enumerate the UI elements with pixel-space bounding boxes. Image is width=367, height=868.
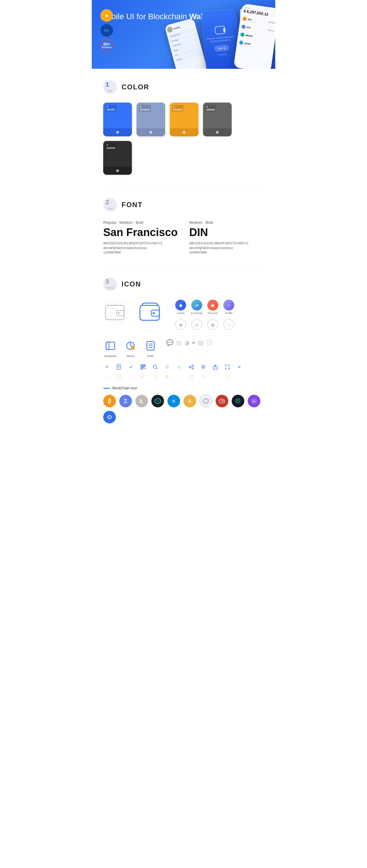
- svg-rect-19: [151, 310, 160, 316]
- comment-icon: ▤: [198, 339, 204, 346]
- blue-line-decorator: [103, 388, 110, 389]
- svg-point-24: [131, 346, 135, 350]
- search-icon-gray: [151, 373, 159, 380]
- blockchain-section: BlockChain Icon ₿ Ξ Ł D Z: [103, 386, 264, 424]
- font-section-header: 2 TWO FONT: [103, 198, 264, 212]
- order-icon: [143, 339, 158, 353]
- management-icon: [103, 339, 117, 353]
- svg-marker-64: [236, 399, 240, 403]
- forward-icon-gray: ›: [211, 373, 219, 380]
- info-icon-gray: ⓘ: [224, 373, 231, 380]
- history-icon-item: ! History: [123, 339, 138, 358]
- blockchain-label-row: BlockChain Icon: [103, 386, 264, 390]
- svg-rect-36: [144, 365, 145, 366]
- ark-coin: [216, 395, 228, 407]
- plus-icon-gray: +: [103, 373, 111, 380]
- color-section: 1 ONE COLOR #3574fA #8DA0C8 #F5A623 #666…: [92, 69, 275, 186]
- neo-coin: [232, 395, 244, 407]
- tool-icons-row-2: + ✓ ★ ‹ ⇄ ✗ › ⓘ: [103, 373, 264, 380]
- color-title: COLOR: [121, 83, 149, 91]
- polygon-coin: [103, 411, 116, 424]
- phone-portfolio: myWallet $ 6,297,502.12 BTC 788-2003 ETH: [233, 3, 275, 69]
- discover-label: Discover: [208, 312, 218, 314]
- svg-rect-51: [141, 374, 143, 376]
- dash-coin: D: [167, 395, 180, 407]
- profile-outline-item: ⌂: [223, 319, 234, 330]
- din-numbers: 1234567890: [189, 251, 264, 254]
- hero-section: Mobile UI for Blockchain Wallet UI Kit P…: [92, 0, 275, 69]
- exchange-outline-icon: ⇄: [191, 319, 202, 330]
- exchange-label: Exchange: [191, 312, 202, 314]
- din-name: DIN: [189, 226, 264, 239]
- din-weights: Medium · Bold: [189, 220, 264, 225]
- svg-rect-34: [141, 365, 142, 366]
- section-number-2: 2 TWO: [103, 198, 117, 212]
- assets-icon: ◆: [175, 300, 186, 311]
- svg-point-44: [189, 366, 191, 368]
- chat-icon: 💬: [166, 339, 173, 346]
- svg-text:!: !: [132, 347, 133, 350]
- blockchain-label: BlockChain Icon: [112, 386, 137, 390]
- search-icon: [151, 363, 159, 371]
- discover-icon-item: ◉ Discover: [207, 300, 219, 314]
- icon-section: 3 THREE ICON: [92, 266, 275, 439]
- ps-badge: Ps: [101, 24, 113, 37]
- swap-icon-gray: ⇄: [188, 373, 195, 380]
- app-icons-grid: ◆ Assets ⇄ Exchange ◉ Discover ⌂ Profile…: [175, 300, 234, 330]
- hero-badges: Ps 60+ Screens: [101, 9, 113, 52]
- font-title: FONT: [121, 201, 142, 209]
- star-icon-active: ★: [163, 373, 171, 380]
- font-grid: Regular · Medium · Bold San Francisco AB…: [103, 220, 264, 254]
- exchange-icon: ⇄: [191, 300, 202, 311]
- sf-numbers: 1234567890: [103, 251, 178, 254]
- din-upper: ABCDEFGHIJKLMNOPQRSTUVWXYZ: [189, 242, 264, 245]
- svg-rect-52: [143, 374, 145, 376]
- export-icon: [211, 363, 219, 371]
- number-3-big: 3: [106, 278, 109, 285]
- profile-label: Profile: [225, 312, 232, 314]
- crypto-coins-row: ₿ Ξ Ł D Z: [103, 395, 264, 424]
- font-section: 2 TWO FONT Regular · Medium · Bold San F…: [92, 186, 275, 266]
- sketch-badge: [101, 9, 113, 22]
- svg-rect-40: [145, 368, 146, 369]
- svg-rect-39: [143, 367, 144, 368]
- plus-icon: +: [103, 363, 111, 371]
- svg-point-54: [153, 375, 157, 378]
- icon-section-header: 3 THREE ICON: [103, 277, 264, 291]
- layers-icon: ⊟: [176, 339, 181, 346]
- screens-count: 60+: [103, 42, 110, 46]
- swatch-dark: #303030: [103, 141, 132, 175]
- wallet-wireframe-icon: [103, 300, 129, 326]
- dark-coin: [151, 395, 164, 407]
- tool-icons-row-1: + ✓ ☆ ‹ ⚙ ×: [103, 363, 264, 371]
- svg-line-47: [190, 367, 192, 368]
- swatch-blue: #3574fA: [103, 102, 132, 136]
- sf-lower: abcdefghijklmnopqrstuvwxyz: [103, 246, 178, 249]
- ltc-coin: Ł: [135, 395, 148, 407]
- check-icon: ✓: [127, 363, 135, 371]
- svg-rect-21: [106, 342, 115, 349]
- gear-icon: ⚙: [200, 363, 207, 371]
- assets-label: Assets: [177, 312, 185, 314]
- swatch-orange: #F5A623: [170, 102, 198, 136]
- star-icon: ☆: [163, 363, 171, 371]
- svg-text:M: M: [253, 400, 255, 403]
- screens-badge: 60+ Screens: [101, 39, 113, 52]
- color-swatches: #3574fA #8DA0C8 #F5A623 #666666 #303030: [103, 102, 264, 175]
- svg-marker-58: [203, 398, 209, 404]
- number-2-word: TWO: [108, 208, 113, 210]
- back-icon: ‹: [175, 363, 183, 371]
- sf-weights: Regular · Medium · Bold: [103, 220, 178, 225]
- sf-upper: ABCDEFGHIJKLMNOPQRSTUVWXYZ: [103, 242, 178, 245]
- color-section-header: 1 ONE COLOR: [103, 80, 264, 94]
- document-icon: [115, 363, 123, 371]
- close-icon: ×: [236, 363, 243, 371]
- nav-icons-row: Mangment ! History: [103, 339, 264, 358]
- expand-icon: [224, 363, 231, 371]
- info-icon: ⓘ: [206, 339, 212, 346]
- management-icon-item: Mangment: [103, 339, 117, 358]
- svg-point-43: [192, 365, 194, 366]
- number-2-big: 2: [106, 199, 109, 206]
- font-din: Medium · Bold DIN ABCDEFGHIJKLMNOPQRSTUV…: [189, 220, 264, 254]
- check-icon-gray: ✓: [127, 373, 135, 380]
